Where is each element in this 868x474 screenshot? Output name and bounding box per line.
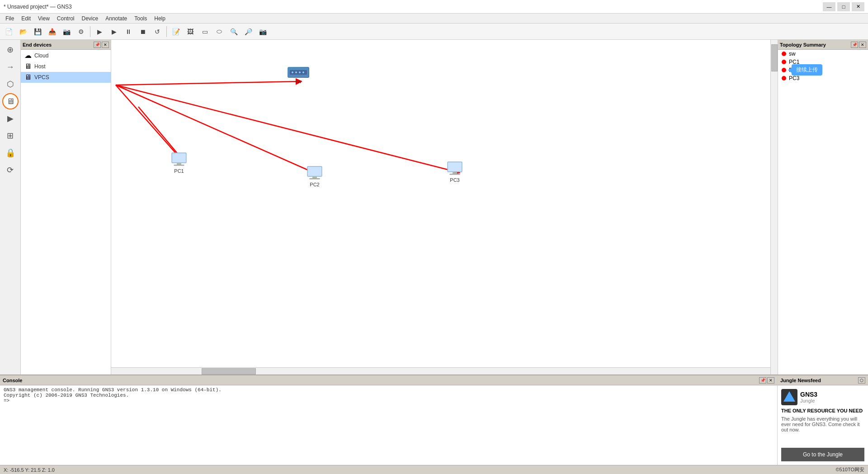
- topology-item-pc3[interactable]: PC3: [778, 74, 868, 82]
- jungle-expand-button[interactable]: ⬡: [858, 377, 865, 384]
- jungle-panel: Jungle Newsfeed ⬡ GNS3 Jungle THE ONLY R…: [778, 375, 868, 465]
- canvas[interactable]: sw PC1: [111, 40, 770, 367]
- svg-rect-22: [453, 172, 457, 174]
- jungle-brand: GNS3 Jungle: [800, 391, 817, 403]
- vscroll-thumb[interactable]: [771, 44, 778, 71]
- preferences-button[interactable]: ⚙: [74, 25, 88, 38]
- save-button[interactable]: 💾: [31, 25, 44, 38]
- all-devices-button[interactable]: ⟳: [2, 162, 19, 178]
- node-sw-label: sw: [295, 79, 301, 84]
- console-line-1: GNS3 management console. Running GNS3 ve…: [4, 387, 774, 393]
- go-to-jungle-button[interactable]: Go to the Jungle: [781, 448, 864, 461]
- reload-button[interactable]: ↺: [151, 25, 164, 38]
- ellipse-button[interactable]: ⬭: [212, 25, 226, 38]
- menu-item-view[interactable]: View: [34, 14, 53, 23]
- topology-popup[interactable]: 接续上传: [792, 64, 822, 76]
- topology-item-pc2[interactable]: PC2 接续上传: [778, 66, 868, 74]
- console-header-buttons: 📌 ✕: [759, 377, 774, 384]
- close-button[interactable]: ✕: [852, 2, 864, 11]
- menu-item-device[interactable]: Device: [78, 14, 102, 23]
- jungle-brand-sub: Jungle: [800, 398, 817, 403]
- menu-item-help[interactable]: Help: [151, 14, 169, 23]
- open-button[interactable]: 📂: [16, 25, 30, 38]
- maximize-button[interactable]: □: [837, 2, 850, 11]
- console-prompt: =>: [4, 398, 774, 403]
- image-button[interactable]: 🖼: [184, 25, 197, 38]
- console-button[interactable]: ▶: [93, 25, 106, 38]
- menu-item-tools[interactable]: Tools: [131, 14, 151, 23]
- topology-float-button[interactable]: 📌: [851, 42, 858, 48]
- device-panel-title: End devices: [23, 42, 52, 47]
- zoom-out-button[interactable]: 🔎: [241, 25, 255, 38]
- host-icon: 🖥: [24, 62, 32, 71]
- jungle-header: Jungle Newsfeed ⬡: [778, 375, 868, 385]
- topology-item-sw[interactable]: sw: [778, 50, 868, 58]
- snapshot-button[interactable]: 📷: [60, 25, 73, 38]
- console-float-button[interactable]: 📌: [759, 377, 766, 384]
- horizontal-scrollbar[interactable]: [111, 367, 770, 374]
- menubar: FileEditViewControlDeviceAnnotateToolsHe…: [0, 14, 868, 24]
- canvas-wrapper: sw PC1: [111, 40, 770, 374]
- screenshot-button[interactable]: 📷: [256, 25, 269, 38]
- topology-header-buttons: 📌 ✕: [851, 42, 866, 48]
- console-panel: Console 📌 ✕ GNS3 management console. Run…: [0, 375, 778, 465]
- menu-item-file[interactable]: File: [2, 14, 18, 23]
- annotate-button[interactable]: 📝: [169, 25, 183, 38]
- panel-header-buttons: 📌 ✕: [94, 42, 109, 48]
- device-item-vpcs[interactable]: 🖥 VPCS: [21, 72, 111, 83]
- switches-button[interactable]: ⊞: [2, 128, 19, 144]
- draw-link-button[interactable]: ⬡: [2, 76, 19, 92]
- coordinates: X: -516.5 Y: 21.5 Z: 1.0: [4, 467, 55, 473]
- routers-button[interactable]: ▶: [2, 110, 19, 127]
- pan-tool-button[interactable]: →: [2, 59, 19, 75]
- node-pc1[interactable]: PC1: [170, 153, 188, 174]
- hscroll-thumb[interactable]: [202, 368, 256, 374]
- device-panel-header: End devices 📌 ✕: [21, 40, 111, 50]
- jungle-logo: [781, 389, 797, 405]
- svg-rect-23: [449, 174, 460, 175]
- popup-text: 接续上传: [796, 66, 818, 73]
- menu-item-annotate[interactable]: Annotate: [102, 14, 131, 23]
- left-sidebar: ⊕ → ⬡ 🖥 ▶ ⊞ 🔒 ⟳: [0, 40, 21, 374]
- svg-point-9: [295, 71, 297, 73]
- security-button[interactable]: 🔒: [2, 145, 19, 161]
- select-tool-button[interactable]: ⊕: [2, 42, 19, 58]
- node-sw[interactable]: sw: [288, 67, 309, 84]
- svg-line-3: [116, 85, 458, 172]
- device-panel: End devices 📌 ✕ ☁ Cloud 🖥 Host 🖥 VPCS: [21, 40, 111, 374]
- vertical-scrollbar[interactable]: [770, 40, 778, 374]
- import-button[interactable]: 📥: [45, 25, 59, 38]
- new-button[interactable]: 📄: [2, 25, 15, 38]
- start-button[interactable]: ▶: [107, 25, 121, 38]
- node-pc1-label: PC1: [174, 168, 184, 174]
- topology-close-button[interactable]: ✕: [859, 42, 866, 48]
- menu-item-control[interactable]: Control: [53, 14, 78, 23]
- panel-pin-button[interactable]: 📌: [94, 42, 101, 48]
- rect-button[interactable]: ▭: [198, 25, 212, 38]
- main-area: ⊕ → ⬡ 🖥 ▶ ⊞ 🔒 ⟳ End devices 📌 ✕ ☁ Cloud …: [0, 40, 868, 374]
- node-pc3[interactable]: PC3: [446, 162, 464, 183]
- svg-rect-14: [177, 163, 181, 165]
- zoom-in-button[interactable]: 🔍: [227, 25, 241, 38]
- console-close-button[interactable]: ✕: [767, 377, 774, 384]
- bottom-area: Console 📌 ✕ GNS3 management console. Run…: [0, 374, 868, 465]
- svg-rect-17: [308, 167, 321, 176]
- svg-line-4: [116, 81, 300, 85]
- minimize-button[interactable]: —: [823, 2, 835, 11]
- stop-button[interactable]: ⏹: [136, 25, 150, 38]
- end-devices-button[interactable]: 🖥: [2, 93, 19, 109]
- suspend-button[interactable]: ⏸: [122, 25, 135, 38]
- watermark: ©510TO网安: [835, 466, 864, 473]
- panel-close-button[interactable]: ✕: [102, 42, 109, 48]
- svg-point-8: [292, 71, 293, 73]
- topology-label-sw: sw: [789, 51, 796, 57]
- vpcs-icon: 🖥: [24, 73, 32, 81]
- device-item-cloud[interactable]: ☁ Cloud: [21, 50, 111, 61]
- node-pc2-label: PC2: [310, 182, 319, 187]
- jungle-brand-name: GNS3: [800, 391, 817, 398]
- topology-header: Topology Summary 📌 ✕: [778, 40, 868, 50]
- node-pc2[interactable]: PC2: [306, 166, 324, 187]
- device-item-host[interactable]: 🖥 Host: [21, 61, 111, 72]
- device-label-vpcs: VPCS: [34, 74, 49, 81]
- menu-item-edit[interactable]: Edit: [18, 14, 34, 23]
